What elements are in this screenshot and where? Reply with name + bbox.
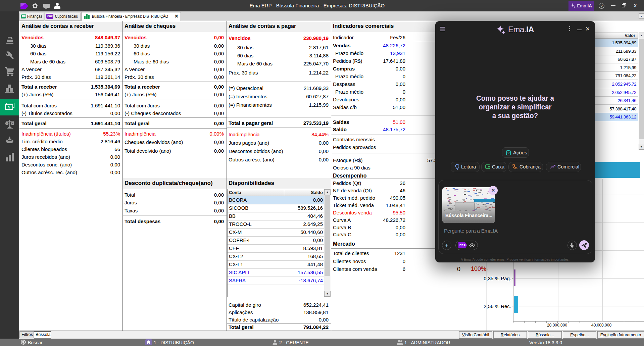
svg-text:+: + [12,122,13,125]
svg-text:$: $ [8,105,10,109]
svg-text:Bússola Financeira...: Bússola Financeira... [445,213,492,218]
svg-text:-: - [6,122,7,125]
